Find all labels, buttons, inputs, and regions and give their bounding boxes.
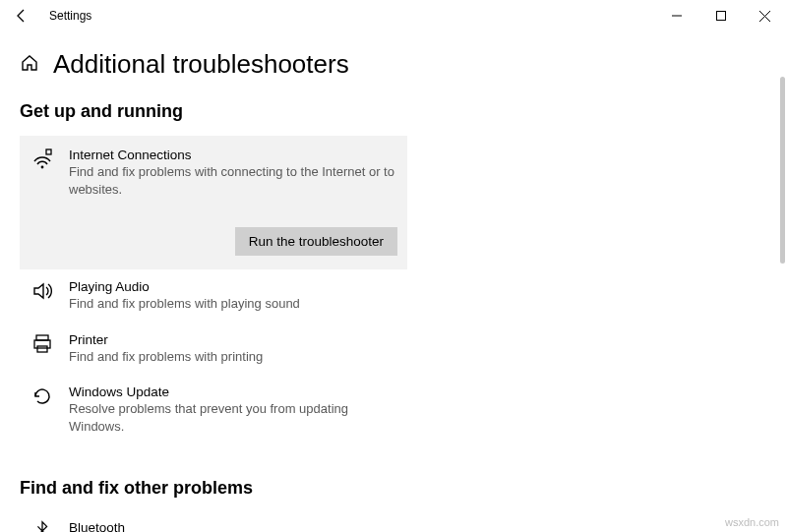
svg-rect-1 [716, 12, 725, 21]
section-get-up-running: Get up and running [20, 101, 767, 122]
troubleshooter-title: Printer [69, 332, 397, 347]
troubleshooter-desc: Find and fix problems with printing [69, 348, 397, 366]
svg-point-4 [41, 166, 44, 169]
minimize-button[interactable] [654, 2, 698, 30]
troubleshooter-bluetooth[interactable]: Bluetooth Find and fix problems with Blu… [20, 510, 407, 532]
troubleshooter-windows-update[interactable]: Windows Update Resolve problems that pre… [20, 375, 407, 444]
troubleshooter-internet-connections[interactable]: Internet Connections Find and fix proble… [20, 136, 407, 269]
audio-icon [30, 279, 55, 313]
svg-rect-6 [36, 335, 48, 340]
scrollbar-thumb[interactable] [780, 77, 785, 264]
troubleshooter-title: Internet Connections [69, 148, 397, 162]
window-title: Settings [49, 9, 91, 23]
internet-icon [30, 148, 55, 198]
troubleshooter-title: Bluetooth [69, 520, 397, 532]
home-icon[interactable] [20, 53, 39, 77]
back-button[interactable] [8, 2, 35, 30]
troubleshooter-playing-audio[interactable]: Playing Audio Find and fix problems with… [20, 269, 407, 323]
troubleshooter-desc: Find and fix problems with playing sound [69, 295, 397, 313]
svg-rect-8 [37, 346, 47, 352]
svg-rect-5 [46, 149, 51, 154]
printer-icon [30, 332, 55, 366]
troubleshooter-desc: Find and fix problems with connecting to… [69, 163, 397, 198]
page-title: Additional troubleshooters [53, 49, 349, 80]
troubleshooter-printer[interactable]: Printer Find and fix problems with print… [20, 323, 407, 376]
content-area: Additional troubleshooters Get up and ru… [0, 49, 787, 532]
watermark: wsxdn.com [725, 516, 779, 528]
troubleshooter-title: Playing Audio [69, 279, 397, 294]
section-find-fix-other: Find and fix other problems [20, 478, 767, 499]
run-troubleshooter-button[interactable]: Run the troubleshooter [235, 227, 397, 256]
titlebar: Settings [0, 0, 787, 31]
troubleshooter-desc: Resolve problems that prevent you from u… [69, 400, 397, 435]
update-icon [30, 384, 55, 435]
bluetooth-icon [30, 520, 55, 532]
troubleshooter-title: Windows Update [69, 384, 397, 399]
maximize-button[interactable] [698, 2, 743, 30]
close-button[interactable] [743, 2, 787, 30]
